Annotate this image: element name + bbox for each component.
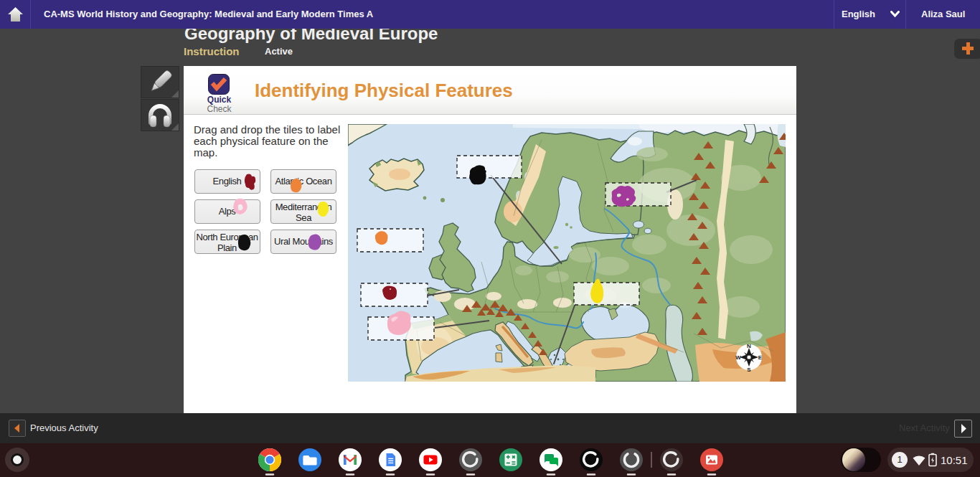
svg-text:N: N [747,343,751,349]
svg-text:E: E [758,354,763,361]
svg-text:W: W [735,354,741,361]
svg-text:S: S [747,367,751,373]
